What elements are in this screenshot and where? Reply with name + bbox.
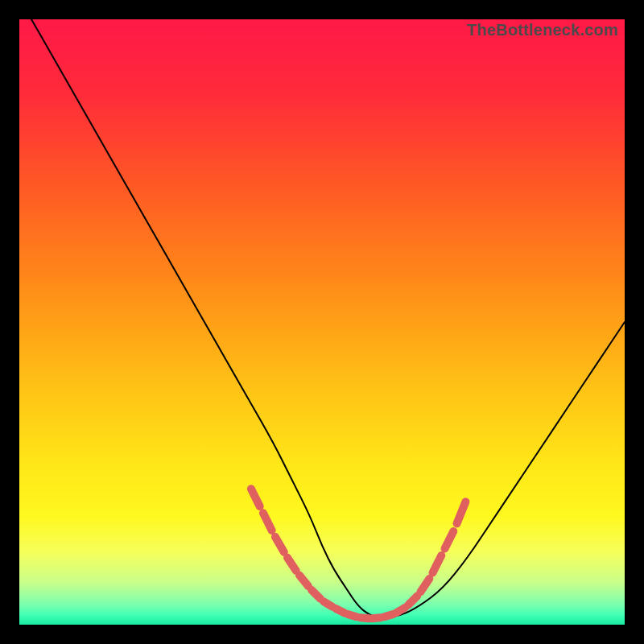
optimal-marker: [396, 608, 405, 613]
chart-svg: [19, 19, 625, 625]
watermark-text: TheBottleneck.com: [467, 21, 618, 39]
chart-background: [19, 19, 625, 625]
optimal-marker: [336, 609, 345, 613]
optimal-marker: [384, 614, 393, 617]
optimal-marker: [360, 617, 369, 618]
optimal-marker: [372, 617, 381, 618]
optimal-marker: [348, 614, 357, 617]
optimal-marker: [324, 601, 332, 607]
chart-frame: TheBottleneck.com: [19, 19, 625, 625]
